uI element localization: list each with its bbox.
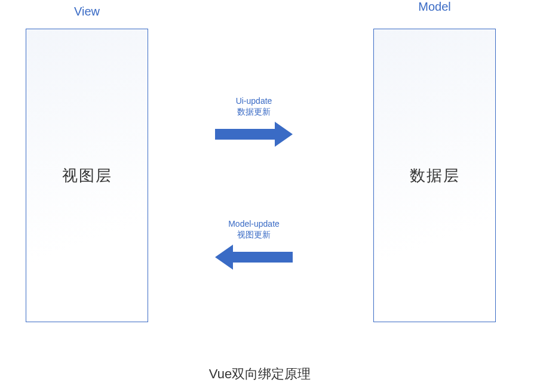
model-heading: Model	[373, 0, 496, 14]
svg-marker-1	[215, 245, 293, 270]
arrow-bottom-caption-1: Model-update	[194, 218, 314, 229]
diagram-title: Vue双向绑定原理	[0, 365, 520, 383]
arrow-bottom-block: Model-update 视图更新	[194, 218, 314, 270]
arrow-top-caption-1: Ui-update	[194, 95, 314, 106]
model-panel: 数据层	[373, 29, 496, 322]
arrow-right-icon	[215, 122, 293, 147]
arrow-top-caption-2: 数据更新	[194, 106, 314, 117]
model-panel-label: 数据层	[410, 165, 460, 186]
arrow-left-icon	[215, 245, 293, 270]
view-panel-label: 视图层	[62, 165, 112, 186]
view-heading: View	[26, 5, 148, 18]
svg-marker-0	[215, 122, 293, 147]
arrow-bottom-caption-2: 视图更新	[194, 229, 314, 240]
view-panel: 视图层	[26, 29, 148, 322]
arrow-top-block: Ui-update 数据更新	[194, 95, 314, 147]
